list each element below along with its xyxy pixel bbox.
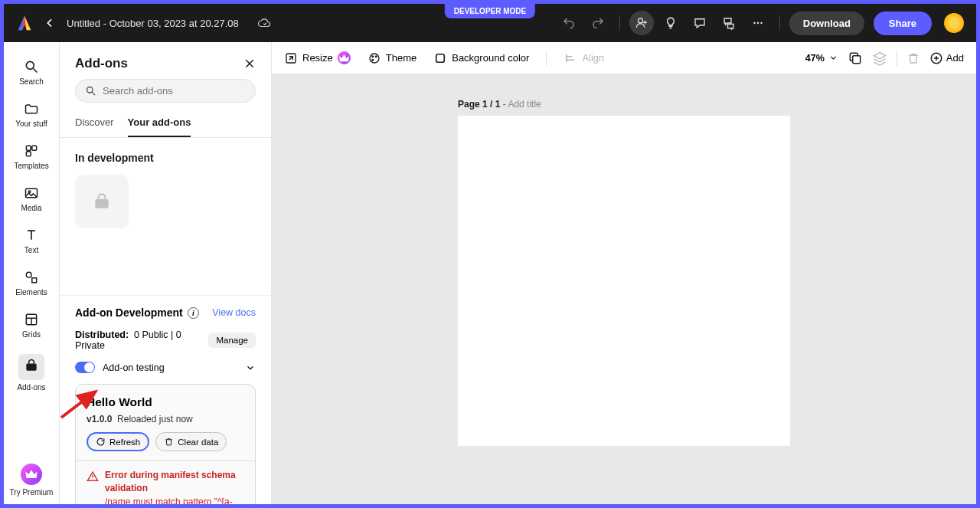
add-button[interactable]: Add bbox=[929, 51, 964, 65]
premium-badge-icon bbox=[338, 51, 351, 64]
bg-color-icon bbox=[433, 51, 447, 65]
dev-title: Add-on Development bbox=[75, 306, 183, 319]
search-icon bbox=[85, 85, 96, 97]
distributed-label: Distributed: bbox=[75, 329, 129, 340]
align-icon bbox=[564, 51, 577, 65]
close-icon[interactable] bbox=[243, 57, 256, 70]
search-input[interactable] bbox=[103, 85, 246, 97]
svg-point-21 bbox=[372, 59, 374, 61]
app-logo-icon bbox=[16, 15, 33, 31]
manage-button[interactable]: Manage bbox=[208, 333, 256, 348]
theme-button[interactable]: Theme bbox=[368, 51, 416, 65]
log-err-icon bbox=[87, 470, 99, 487]
addon-thumbnail[interactable] bbox=[75, 175, 129, 228]
svg-point-4 bbox=[26, 61, 34, 69]
back-icon[interactable] bbox=[44, 17, 56, 29]
tab-your-addons[interactable]: Your add-ons bbox=[128, 112, 191, 137]
comment-icon[interactable] bbox=[688, 11, 712, 35]
rail-text[interactable]: Text bbox=[4, 220, 59, 262]
tab-discover[interactable]: Discover bbox=[75, 112, 114, 137]
addon-development-card: Add-on Developmenti View docs Distribute… bbox=[60, 295, 271, 504]
trash-icon[interactable] bbox=[906, 51, 920, 65]
page-title-hint[interactable]: Add title bbox=[508, 99, 541, 110]
undo-icon[interactable] bbox=[557, 11, 581, 35]
grids-icon bbox=[24, 312, 39, 327]
redo-icon[interactable] bbox=[586, 11, 610, 35]
info-icon[interactable]: i bbox=[188, 307, 199, 319]
resize-button[interactable]: Resize bbox=[284, 51, 351, 65]
heading-in-development: In development bbox=[75, 152, 256, 164]
addons-icon bbox=[92, 192, 112, 211]
view-docs-link[interactable]: View docs bbox=[212, 307, 256, 318]
duplicate-icon[interactable] bbox=[848, 51, 863, 66]
addons-icon bbox=[24, 358, 39, 373]
media-icon bbox=[24, 185, 39, 201]
rail-grids[interactable]: Grids bbox=[4, 304, 59, 346]
canvas-area: Resize Theme Background color Align 47% … bbox=[272, 42, 976, 504]
resize-icon bbox=[284, 51, 298, 65]
layers-icon[interactable] bbox=[872, 51, 887, 66]
canvas-toolbar: Resize Theme Background color Align 47% … bbox=[272, 42, 976, 74]
svg-rect-23 bbox=[853, 55, 861, 63]
svg-point-13 bbox=[87, 87, 93, 93]
addon-instance-card: Hello World v1.0.0 Reloaded just now Ref… bbox=[75, 384, 256, 504]
testing-toggle[interactable] bbox=[75, 362, 95, 373]
svg-rect-7 bbox=[26, 152, 31, 156]
refresh-button[interactable]: Refresh bbox=[87, 432, 149, 451]
svg-rect-14 bbox=[95, 199, 108, 208]
background-color-button[interactable]: Background color bbox=[433, 51, 529, 65]
svg-point-2 bbox=[756, 22, 759, 25]
more-icon[interactable] bbox=[746, 11, 770, 35]
rail-addons[interactable]: Add-ons bbox=[4, 346, 59, 399]
document-title[interactable]: Untitled - October 03, 2023 at 20.27.08 bbox=[67, 18, 239, 29]
search-addons-field[interactable] bbox=[75, 79, 256, 103]
addon-version: v1.0.0 bbox=[87, 414, 112, 424]
svg-rect-12 bbox=[26, 364, 36, 371]
canvas-stage[interactable]: Page 1 / 1 - Add title bbox=[272, 74, 976, 504]
plus-icon bbox=[929, 51, 943, 65]
elements-icon bbox=[24, 270, 39, 285]
separator bbox=[897, 51, 897, 66]
addon-name: Hello World bbox=[87, 395, 244, 409]
theme-icon bbox=[368, 51, 381, 65]
rail-premium[interactable]: Try Premium bbox=[4, 456, 59, 504]
clear-data-button[interactable]: Clear data bbox=[155, 432, 227, 451]
cloud-sync-icon[interactable] bbox=[257, 16, 271, 30]
folder-icon bbox=[24, 101, 39, 116]
rail-media[interactable]: Media bbox=[4, 178, 59, 220]
svg-point-18 bbox=[370, 54, 379, 63]
invite-icon[interactable] bbox=[629, 11, 654, 35]
rail-your-stuff[interactable]: Your stuff bbox=[4, 93, 59, 136]
svg-point-20 bbox=[375, 55, 377, 57]
crown-icon bbox=[24, 467, 39, 482]
svg-point-1 bbox=[753, 22, 756, 25]
svg-rect-6 bbox=[32, 146, 37, 150]
developer-mode-badge: DEVELOPER MODE bbox=[445, 4, 535, 18]
text-icon bbox=[24, 228, 39, 243]
separator bbox=[619, 15, 620, 31]
canvas-page[interactable] bbox=[458, 116, 790, 446]
user-avatar[interactable] bbox=[944, 13, 964, 33]
rail-elements[interactable]: Elements bbox=[4, 262, 59, 304]
share-button[interactable]: Share bbox=[874, 11, 932, 35]
search-icon bbox=[24, 59, 39, 74]
addon-reload-status: Reloaded just now bbox=[117, 414, 193, 424]
rail-search[interactable]: Search bbox=[4, 51, 59, 93]
svg-rect-22 bbox=[436, 54, 445, 62]
addon-testing-row[interactable]: Add-on testing bbox=[75, 362, 256, 373]
templates-icon bbox=[24, 143, 39, 159]
svg-point-0 bbox=[638, 18, 642, 23]
idea-icon[interactable] bbox=[658, 11, 683, 35]
chat-icon[interactable] bbox=[717, 11, 741, 35]
separator bbox=[779, 15, 780, 31]
svg-point-3 bbox=[760, 22, 763, 25]
rail-templates[interactable]: Templates bbox=[4, 136, 59, 178]
zoom-dropdown[interactable]: 47% bbox=[805, 53, 838, 64]
chevron-down-icon bbox=[245, 362, 256, 373]
addons-panel: Add-ons Discover Your add-ons In develop… bbox=[60, 42, 272, 504]
page-indicator: Page 1 / 1 bbox=[458, 99, 500, 110]
download-button[interactable]: Download bbox=[789, 11, 864, 35]
log-entry: Error during manifest schema validation/… bbox=[87, 469, 244, 504]
log-title: Error during manifest schema validation bbox=[105, 469, 244, 496]
refresh-icon bbox=[96, 437, 106, 447]
